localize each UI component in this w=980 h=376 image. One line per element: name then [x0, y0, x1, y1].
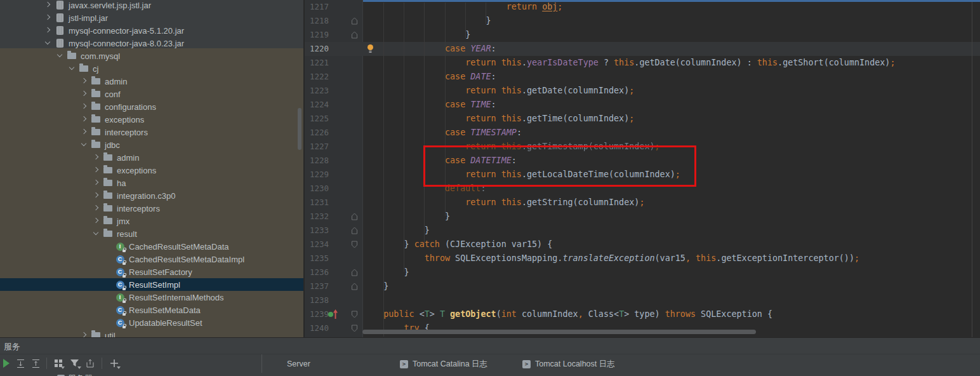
tree-item-cachedresultsetmetadataimpl[interactable]: CCachedResultSetMetaDataImpl — [0, 253, 303, 265]
chevron-right-icon[interactable] — [79, 102, 88, 111]
fold-marker-down-icon[interactable] — [351, 325, 358, 332]
chevron-down-icon[interactable] — [67, 64, 76, 73]
tab-server[interactable]: Server — [287, 358, 310, 370]
code-text[interactable]: } — [363, 28, 470, 42]
tree-item-resultsetinternalmethods[interactable]: IResultSetInternalMethods — [0, 291, 303, 304]
chevron-right-icon[interactable] — [91, 204, 100, 213]
fold-marker-up-icon[interactable] — [351, 31, 358, 39]
code-text[interactable]: case DATE: — [363, 70, 496, 84]
scroll-to-source-button[interactable] — [84, 356, 96, 370]
chevron-right-icon[interactable] — [91, 191, 100, 200]
chevron-right-icon[interactable] — [91, 178, 100, 187]
tree-item-result[interactable]: result — [0, 227, 303, 240]
fold-marker-up-icon[interactable] — [351, 269, 358, 276]
fold-marker-down-icon[interactable] — [351, 311, 358, 318]
tree-item-integration-c3p0[interactable]: integration.c3p0 — [0, 189, 303, 202]
tab-tomcat-catalina-log[interactable]: > Tomcat Catalina 日志 — [400, 358, 487, 370]
code-line-1226[interactable]: 1226 case TIMESTAMP: — [305, 126, 980, 140]
fold-marker-down-icon[interactable] — [351, 241, 358, 248]
code-line-1217[interactable]: 1217 return obj; — [305, 0, 980, 14]
tree-item-configurations[interactable]: configurations — [0, 100, 303, 113]
code-text[interactable]: return obj; — [363, 0, 562, 14]
chevron-right-icon[interactable] — [43, 13, 52, 22]
code-line-1218[interactable]: 1218 } — [305, 14, 980, 28]
tree-item-ha[interactable]: ha — [0, 177, 303, 189]
run-button[interactable] — [0, 356, 13, 370]
code-text[interactable]: } — [363, 265, 409, 279]
group-by-button[interactable] — [52, 356, 65, 370]
tree-item-util[interactable]: util — [0, 329, 303, 337]
tree-item-jmx[interactable]: jmx — [0, 215, 303, 227]
tree-item-admin[interactable]: admin — [0, 151, 303, 164]
chevron-down-icon[interactable] — [43, 39, 52, 48]
chevron-down-icon[interactable] — [55, 51, 64, 60]
code-line-1222[interactable]: 1222 case DATE: — [305, 70, 980, 84]
code-text[interactable]: case YEAR: — [363, 42, 496, 56]
tree-item-exceptions[interactable]: exceptions — [0, 164, 303, 177]
fold-marker-up-icon[interactable] — [351, 17, 358, 25]
chevron-right-icon[interactable] — [79, 115, 88, 124]
tab-tomcat-localhost-log[interactable]: > Tomcat Localhost 日志 — [522, 358, 615, 370]
code-line-1225[interactable]: 1225 return this.getTime(columnIndex); — [305, 112, 980, 126]
code-line-1239[interactable]: 1239 public <T> T getObject(int columnIn… — [305, 307, 980, 321]
chevron-right-icon[interactable] — [79, 90, 88, 98]
code-text[interactable]: return this.getDate(columnIndex); — [363, 84, 634, 98]
code-line-1237[interactable]: 1237 } — [305, 279, 980, 293]
overrides-method-icon[interactable] — [328, 309, 339, 319]
tree-item-cj[interactable]: cj — [0, 62, 303, 75]
tree-item-com-mysql[interactable]: com.mysql — [0, 50, 303, 62]
collapse-all-button[interactable] — [29, 356, 42, 370]
chevron-right-icon[interactable] — [91, 166, 100, 175]
chevron-down-icon[interactable] — [79, 140, 88, 149]
services-content-clipped-row[interactable]: 服务器 — [57, 373, 93, 376]
tree-item-mysql-connector-java-8-0-23-jar[interactable]: mysql-connector-java-8.0.23.jar — [0, 37, 303, 50]
chevron-right-icon[interactable] — [79, 331, 88, 337]
tree-item-resultsetimpl[interactable]: CResultSetImpl — [0, 278, 303, 291]
expand-all-button[interactable] — [14, 356, 27, 370]
filter-button[interactable] — [68, 356, 81, 370]
editor-horizontal-scrollbar[interactable] — [362, 330, 756, 334]
code-text[interactable]: return this.getTime(columnIndex); — [363, 112, 634, 126]
tree-item-jdbc[interactable]: jdbc — [0, 138, 303, 151]
tree-item-resultsetfactory[interactable]: CResultSetFactory — [0, 265, 303, 278]
chevron-right-icon[interactable] — [79, 128, 88, 137]
tree-item-updatableresultset[interactable]: CUpdatableResultSet — [0, 316, 303, 329]
fold-marker-up-icon[interactable] — [351, 283, 358, 290]
chevron-right-icon[interactable] — [91, 217, 100, 225]
tree-item-admin[interactable]: admin — [0, 75, 303, 88]
tree-item-interceptors[interactable]: interceptors — [0, 202, 303, 215]
code-editor[interactable]: 1217 return obj;1218 }1219 }1220 case YE… — [305, 0, 980, 337]
chevron-right-icon[interactable] — [79, 77, 88, 86]
code-line-1236[interactable]: 1236 } — [305, 265, 980, 279]
tree-item-conf[interactable]: conf — [0, 88, 303, 100]
code-line-1232[interactable]: 1232 } — [305, 210, 980, 224]
code-text[interactable]: } — [363, 210, 450, 224]
tree-item-exceptions[interactable]: exceptions — [0, 113, 303, 126]
chevron-right-icon[interactable] — [43, 26, 52, 35]
code-text[interactable]: case TIMESTAMP: — [363, 126, 522, 140]
code-line-1224[interactable]: 1224 case TIME: — [305, 98, 980, 112]
code-line-1221[interactable]: 1221 return this.yearIsDateType ? this.g… — [305, 56, 980, 70]
code-line-1234[interactable]: 1234 } catch (CJException var15) { — [305, 238, 980, 252]
code-text[interactable]: } — [363, 14, 491, 28]
tree-item-jstl-impl-jar[interactable]: jstl-impl.jar — [0, 11, 303, 24]
code-line-1233[interactable]: 1233 } — [305, 224, 980, 238]
tree-item-resultsetmetadata[interactable]: CResultSetMetaData — [0, 304, 303, 316]
code-text[interactable]: } — [363, 224, 430, 238]
tree-vertical-scrollbar[interactable] — [298, 108, 301, 150]
code-line-1238[interactable]: 1238 — [305, 293, 980, 307]
code-text[interactable]: return this.getString(columnIndex); — [363, 196, 644, 210]
code-line-1235[interactable]: 1235 throw SQLExceptionsMapping.translat… — [305, 252, 980, 265]
code-text[interactable]: } — [363, 279, 388, 293]
tree-item-javax-servlet-jsp-jstl-jar[interactable]: javax.servlet.jsp.jstl.jar — [0, 0, 303, 11]
chevron-down-icon[interactable] — [91, 229, 100, 238]
chevron-right-icon[interactable] — [43, 1, 52, 10]
tree-item-cachedresultsetmetadata[interactable]: ICachedResultSetMetaData — [0, 240, 303, 253]
code-text[interactable]: case TIME: — [363, 98, 496, 112]
code-text[interactable]: } catch (CJException var15) { — [363, 238, 552, 252]
tree-item-mysql-connector-java-5-1-20-jar[interactable]: mysql-connector-java-5.1.20.jar — [0, 24, 303, 37]
code-line-1220[interactable]: 1220 case YEAR: — [305, 42, 980, 56]
chevron-right-icon[interactable] — [91, 153, 100, 162]
code-line-1223[interactable]: 1223 return this.getDate(columnIndex); — [305, 84, 980, 98]
add-service-button[interactable] — [108, 356, 121, 370]
